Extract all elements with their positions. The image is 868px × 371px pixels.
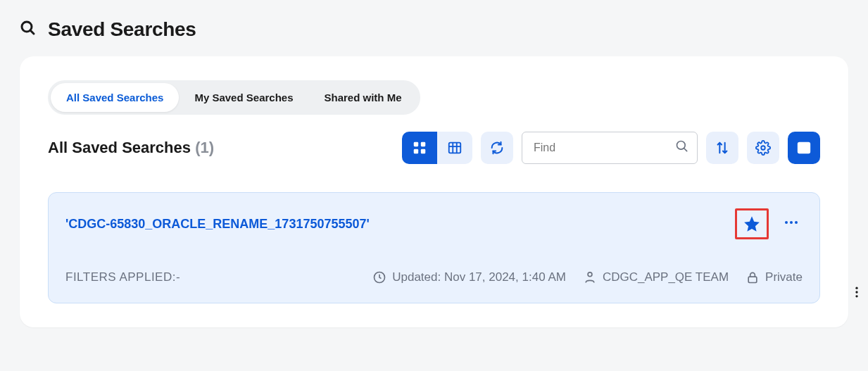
card-actions	[735, 208, 803, 239]
tabs-group: All Saved Searches My Saved Searches Sha…	[48, 80, 420, 115]
find-wrap	[522, 132, 698, 164]
tab-my-saved-searches[interactable]: My Saved Searches	[179, 83, 308, 112]
card-top-row: 'CDGC-65830_ORACLE_RENAME_1731750755507'	[65, 208, 803, 239]
svg-point-25	[855, 291, 857, 293]
svg-point-19	[790, 221, 793, 224]
section-title-text: All Saved Searches	[48, 139, 191, 156]
visibility-meta: Private	[746, 270, 803, 284]
more-horizontal-icon	[783, 214, 800, 231]
tab-all-saved-searches[interactable]: All Saved Searches	[51, 83, 179, 112]
toolbar	[402, 132, 820, 164]
owner-text: CDGC_APP_QE TEAM	[603, 270, 729, 284]
refresh-button[interactable]	[481, 132, 513, 164]
filters-applied-label: FILTERS APPLIED:-	[65, 270, 180, 284]
svg-point-12	[761, 146, 765, 150]
more-actions-button[interactable]	[780, 211, 803, 237]
svg-line-11	[684, 149, 687, 151]
page-header: Saved Searches	[0, 0, 868, 41]
svg-rect-6	[449, 143, 461, 153]
side-panel-menu-button[interactable]	[850, 285, 864, 302]
svg-rect-23	[748, 277, 757, 282]
svg-rect-4	[414, 149, 418, 153]
svg-point-22	[588, 272, 592, 277]
find-icon	[675, 139, 689, 156]
search-icon	[20, 20, 37, 39]
search-title-link[interactable]: 'CDGC-65830_ORACLE_RENAME_1731750755507'	[65, 217, 370, 232]
svg-rect-2	[414, 142, 418, 146]
lock-icon	[746, 270, 760, 284]
favorite-button[interactable]	[735, 208, 769, 239]
star-icon	[743, 215, 761, 233]
details-panel-button[interactable]	[788, 132, 820, 164]
main-panel: All Saved Searches My Saved Searches Sha…	[20, 56, 848, 327]
card-meta-row: FILTERS APPLIED:- Updated: Nov 17, 2024,…	[65, 270, 803, 284]
svg-point-24	[855, 287, 857, 289]
settings-button[interactable]	[747, 132, 779, 164]
svg-rect-5	[421, 149, 425, 153]
section-title: All Saved Searches (1)	[48, 139, 214, 157]
table-view-button[interactable]	[437, 132, 472, 164]
more-vertical-icon	[850, 285, 864, 299]
tab-shared-with-me[interactable]: Shared with Me	[309, 83, 417, 112]
content-toolbar: All Saved Searches (1)	[48, 132, 820, 164]
sort-button[interactable]	[706, 132, 738, 164]
updated-meta: Updated: Nov 17, 2024, 1:40 AM	[372, 270, 566, 284]
page-title: Saved Searches	[48, 18, 196, 41]
svg-line-1	[30, 30, 34, 34]
svg-point-20	[795, 221, 798, 224]
find-input[interactable]	[522, 132, 698, 164]
view-toggle	[402, 132, 472, 164]
user-icon	[583, 270, 597, 284]
grid-view-button[interactable]	[402, 132, 437, 164]
visibility-text: Private	[765, 270, 803, 284]
clock-icon	[372, 270, 386, 284]
svg-rect-3	[421, 142, 425, 146]
section-count: (1)	[195, 139, 214, 156]
updated-text: Updated: Nov 17, 2024, 1:40 AM	[392, 270, 566, 284]
svg-point-26	[855, 295, 857, 297]
svg-point-18	[785, 221, 788, 224]
owner-meta: CDGC_APP_QE TEAM	[583, 270, 729, 284]
search-card[interactable]: 'CDGC-65830_ORACLE_RENAME_1731750755507'…	[48, 192, 820, 303]
